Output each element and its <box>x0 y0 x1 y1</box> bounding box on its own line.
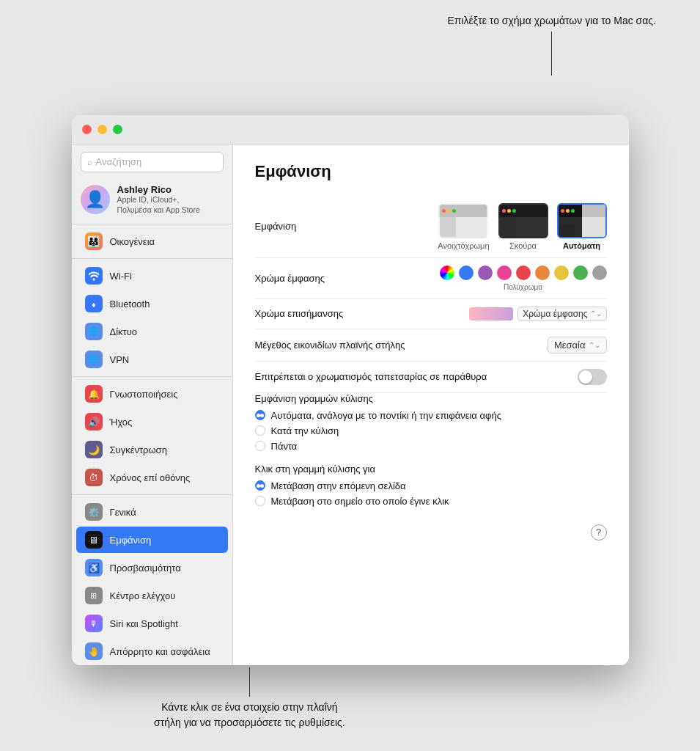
search-container: ⌕ Αναζήτηση <box>72 144 232 178</box>
appearance-row-label: Εμφάνιση <box>255 221 297 232</box>
page-title: Εμφάνιση <box>255 162 607 181</box>
highlight-color-row: Χρώμα επισήμανσης Χρώμα έμφασης ⌃⌄ <box>255 299 607 329</box>
sidebar-item-label: Siri και Spotlight <box>110 618 178 629</box>
avatar: 👤 <box>81 185 110 214</box>
minimize-button[interactable] <box>97 125 107 134</box>
scrollbar-auto[interactable]: Αυτόματα, ανάλογα με το ποντίκι ή την επ… <box>255 410 607 421</box>
sidebar-item-siri[interactable]: 🎙 Siri και Spotlight <box>76 610 228 637</box>
accent-color-row: Χρώμα έμφασης <box>255 258 607 299</box>
light-thumbnail <box>438 203 488 238</box>
content-area: Εμφάνιση Εμφάνιση <box>233 144 629 665</box>
help-icon: ? <box>596 527 601 538</box>
radio-auto <box>255 410 265 420</box>
dark-label: Σκούρα <box>509 241 537 250</box>
search-icon: ⌕ <box>87 157 92 167</box>
sidebar-item-privacy[interactable]: 🤚 Απόρρητο και ασφάλεια <box>76 638 228 664</box>
search-box[interactable]: ⌕ Αναζήτηση <box>81 152 224 172</box>
color-multicolor[interactable] <box>440 265 454 280</box>
sidebar-item-sound[interactable]: 🔊 Ήχος <box>76 409 228 435</box>
sidebar-item-accessibility[interactable]: ♿ Προσβασιμότητα <box>76 554 228 581</box>
radio-next-page <box>255 480 265 491</box>
main-window: ⌕ Αναζήτηση 👤 Ashley Rico Apple ID, iClo… <box>72 115 629 665</box>
radio-label: Κατά την κύλιση <box>271 425 339 436</box>
titlebar <box>72 115 629 144</box>
sidebar-item-vpn[interactable]: 🌐 VPN <box>76 346 228 373</box>
multicolor-container <box>440 265 454 280</box>
wallpaper-toggle[interactable] <box>578 369 607 385</box>
sidebar-item-network[interactable]: 🌐 Δίκτυο <box>76 318 228 345</box>
main-content: ⌕ Αναζήτηση 👤 Ashley Rico Apple ID, iClo… <box>72 144 629 665</box>
appearance-option-light[interactable]: Ανοιχτόχρωμη <box>438 203 489 250</box>
sidebar-item-label: Bluetooth <box>110 298 150 309</box>
focus-icon: 🌙 <box>85 441 103 458</box>
scrollbar-options: Αυτόματα, ανάλογα με το ποντίκι ή την επ… <box>255 410 607 452</box>
sidebar-item-label: Ήχος <box>110 417 133 428</box>
annotation-top: Επιλέξτε το σχήμα χρωμάτων για το Mac σα… <box>448 13 656 76</box>
scrollbar-always[interactable]: Πάντα <box>255 441 607 452</box>
highlight-color-label: Χρώμα επισήμανσης <box>255 308 344 319</box>
sidebar-size-value: Μεσαία <box>554 340 586 351</box>
sidebar-item-label: Γενικά <box>110 507 136 518</box>
sidebar-item-controlcenter[interactable]: ⊞ Κέντρο ελέγχου <box>76 582 228 609</box>
sidebar-item-focus[interactable]: 🌙 Συγκέντρωση <box>76 436 228 463</box>
click-next-page[interactable]: Μετάβαση στην επόμενη σελίδα <box>255 480 607 491</box>
sidebar-item-notifications[interactable]: 🔔 Γνωστοποιήσεις <box>76 381 228 407</box>
scrollbars-heading: Εμφάνιση γραμμών κύλισης <box>255 393 607 404</box>
highlight-value: Χρώμα έμφασης <box>523 309 587 319</box>
chevron-icon: ⌃⌄ <box>589 341 600 349</box>
user-name: Ashley Rico <box>117 184 200 195</box>
wallpaper-label: Επιτρέπεται ο χρωματισμός ταπετσαρίας σε… <box>255 371 487 382</box>
close-button[interactable] <box>82 125 92 134</box>
sidebar-item-label: VPN <box>110 354 130 365</box>
radio-always <box>255 441 265 451</box>
sidebar-item-label: Εμφάνιση <box>110 535 152 546</box>
sidebar-item-bluetooth[interactable]: ⬧ Bluetooth <box>76 290 228 317</box>
controlcenter-icon: ⊞ <box>85 587 103 604</box>
scrollbar-scrolling[interactable]: Κατά την κύλιση <box>255 425 607 436</box>
network-icon: 🌐 <box>85 323 103 340</box>
sidebar-item-family[interactable]: 👨‍👩‍👧 Οικογένεια <box>76 228 228 254</box>
wifi-icon <box>85 267 103 285</box>
help-button[interactable]: ? <box>591 524 607 541</box>
click-spot[interactable]: Μετάβαση στο σημείο στο οποίο έγινε κλικ <box>255 496 607 507</box>
sidebar-item-label: Χρόνος επί οθόνης <box>110 472 191 483</box>
click-options: Μετάβαση στην επόμενη σελίδα Μετάβαση στ… <box>255 480 607 507</box>
sidebar-divider-4 <box>72 494 232 495</box>
color-circles <box>440 265 607 280</box>
color-orange[interactable] <box>535 265 550 280</box>
auto-thumbnail <box>557 203 607 238</box>
color-red[interactable] <box>516 265 531 280</box>
color-graphite[interactable] <box>592 265 607 280</box>
radio-label: Πάντα <box>271 441 298 452</box>
traffic-lights <box>82 125 122 134</box>
appearance-option-dark[interactable]: Σκούρα <box>498 203 548 250</box>
color-yellow[interactable] <box>554 265 569 280</box>
multicolor-label: Πολύχρωμα <box>440 283 607 291</box>
user-section[interactable]: 👤 Ashley Rico Apple ID, iCloud+,Πολυμέσα… <box>72 178 232 221</box>
fullscreen-button[interactable] <box>113 125 122 134</box>
vpn-icon: 🌐 <box>85 351 103 368</box>
highlight-preview <box>469 307 513 320</box>
sidebar-item-general[interactable]: ⚙️ Γενικά <box>76 499 228 525</box>
sidebar-size-dropdown[interactable]: Μεσαία ⌃⌄ <box>548 337 607 353</box>
dark-thumbnail <box>498 203 548 238</box>
sidebar-item-wifi[interactable]: Wi-Fi <box>76 263 228 289</box>
siri-icon: 🎙 <box>85 615 103 632</box>
color-pink[interactable] <box>497 265 512 280</box>
color-purple[interactable] <box>478 265 493 280</box>
chevron-icon: ⌃⌄ <box>590 309 602 318</box>
sidebar-item-label: Οικογένεια <box>110 236 155 247</box>
annotation-bottom: Κάντε κλικ σε ένα στοιχείο στην πλαΐνήστ… <box>154 667 345 730</box>
appearance-option-auto[interactable]: Αυτόματη <box>557 203 607 250</box>
sidebar-item-label: Συγκέντρωση <box>110 444 167 455</box>
radio-click-spot <box>255 496 265 506</box>
sidebar-item-appearance[interactable]: 🖥 Εμφάνιση <box>76 527 228 553</box>
color-green[interactable] <box>573 265 588 280</box>
sidebar-item-screentime[interactable]: ⏱ Χρόνος επί οθόνης <box>76 464 228 491</box>
color-blue[interactable] <box>459 265 474 280</box>
sidebar-item-label: Wi-Fi <box>110 271 132 282</box>
highlight-dropdown[interactable]: Χρώμα έμφασης ⌃⌄ <box>517 307 606 321</box>
general-icon: ⚙️ <box>85 503 103 521</box>
auto-label: Αυτόματη <box>563 241 600 250</box>
annotation-line <box>551 32 552 76</box>
